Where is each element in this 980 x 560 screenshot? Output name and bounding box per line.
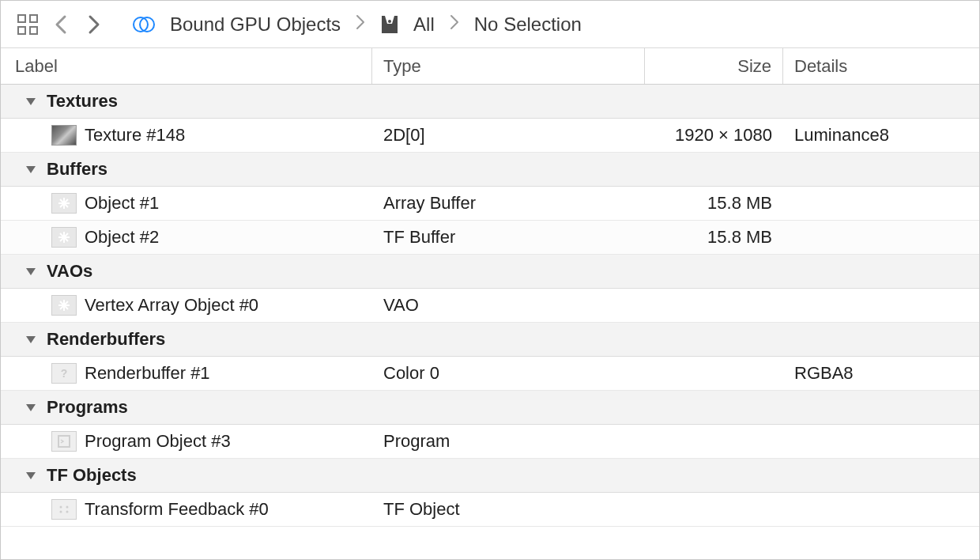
svg-rect-1 [30,15,37,22]
nav-back-icon[interactable] [53,13,70,36]
row-details: RGBA8 [783,363,979,384]
row-details: Luminance8 [783,125,979,146]
nav-forward-icon[interactable] [85,13,102,36]
disclosure-triangle-icon[interactable] [23,331,39,347]
related-items-icon[interactable] [17,13,39,36]
row-size: 15.8 MB [645,193,783,214]
column-header-label[interactable]: Label [1,48,372,84]
row-type: 2D[0] [372,125,645,146]
row-type: TF Object [372,499,645,520]
svg-marker-10 [26,166,36,173]
buffer-icon [51,227,77,248]
breadcrumb-selection: No Selection [474,13,582,36]
texture-thumbnail-icon [51,125,77,146]
group-row-textures[interactable]: Textures [1,85,979,119]
row-label: Program Object #3 [85,431,231,452]
svg-marker-9 [26,98,36,105]
svg-marker-26 [26,404,36,411]
buffer-icon [51,193,77,214]
row-size: 1920 × 1080 [645,125,783,146]
row-label: Object #1 [85,193,159,214]
group-row-buffers[interactable]: Buffers [1,153,979,187]
group-label: Programs [47,397,128,418]
row-type: TF Buffer [372,227,645,248]
disclosure-triangle-icon[interactable] [23,467,39,483]
breadcrumb-filter[interactable]: All [413,13,435,36]
table-row[interactable]: Vertex Array Object #0 VAO [1,289,979,323]
svg-point-29 [60,506,62,509]
breadcrumb-root[interactable]: Bound GPU Objects [170,13,341,36]
column-header-details[interactable]: Details [783,48,979,84]
svg-marker-28 [26,472,36,479]
table-row[interactable]: ? Renderbuffer #1 Color 0 RGBA8 [1,357,979,391]
group-label: Renderbuffers [47,329,165,350]
row-label: Renderbuffer #1 [85,363,210,384]
table-row[interactable]: Object #2 TF Buffer 15.8 MB [1,221,979,255]
group-row-vaos[interactable]: VAOs [1,255,979,289]
group-row-programs[interactable]: Programs [1,391,979,425]
svg-point-32 [66,511,69,513]
svg-marker-24 [26,336,36,343]
column-header-type[interactable]: Type [372,48,645,84]
row-type: VAO [372,295,645,316]
row-size: 15.8 MB [645,227,783,248]
table-row[interactable]: Object #1 Array Buffer 15.8 MB [1,187,979,221]
table-row[interactable]: Program Object #3 Program [1,425,979,459]
gpu-objects-panel: Bound GPU Objects All No Selection Label… [0,0,980,560]
gpu-objects-icon [132,14,156,35]
renderbuffer-icon: ? [51,363,77,384]
row-type: Color 0 [372,363,645,384]
disclosure-triangle-icon[interactable] [23,161,39,177]
row-type: Array Buffer [372,193,645,214]
svg-point-8 [388,20,391,23]
svg-rect-2 [18,27,25,34]
group-label: Buffers [47,159,107,180]
disclosure-triangle-icon[interactable] [23,263,39,279]
column-headers: Label Type Size Details [1,48,979,85]
group-row-renderbuffers[interactable]: Renderbuffers [1,323,979,357]
group-row-tf-objects[interactable]: TF Objects [1,459,979,493]
disclosure-triangle-icon[interactable] [23,399,39,415]
svg-rect-0 [18,15,25,22]
group-label: VAOs [47,261,92,282]
svg-marker-19 [26,268,36,275]
app-icon [380,14,399,35]
row-label: Texture #148 [85,125,185,146]
svg-point-30 [66,506,69,509]
table-row[interactable]: Transform Feedback #0 TF Object [1,493,979,527]
row-label: Transform Feedback #0 [85,499,269,520]
group-label: Textures [47,91,118,112]
group-label: TF Objects [47,465,137,486]
row-type: Program [372,431,645,452]
row-label: Vertex Array Object #0 [85,295,258,316]
chevron-right-icon [355,13,366,36]
svg-rect-3 [30,27,37,34]
table-row[interactable]: Texture #148 2D[0] 1920 × 1080 Luminance… [1,119,979,153]
toolbar: Bound GPU Objects All No Selection [1,1,979,48]
row-label: Object #2 [85,227,159,248]
tf-object-icon [51,499,77,520]
program-icon [51,431,77,452]
disclosure-triangle-icon[interactable] [23,93,39,109]
svg-text:?: ? [61,367,68,380]
chevron-right-icon [449,13,460,36]
vao-icon [51,295,77,316]
svg-point-31 [60,511,62,513]
column-header-size[interactable]: Size [645,48,783,84]
